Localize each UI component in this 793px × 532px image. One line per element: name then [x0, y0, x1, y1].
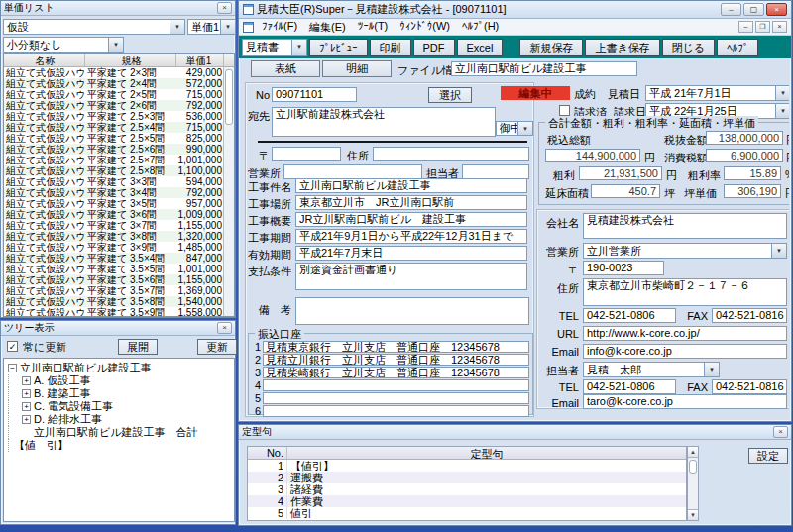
- chevron-down-icon[interactable]: ▼: [108, 38, 123, 52]
- tab-cover[interactable]: 表紙: [251, 60, 320, 77]
- menu-item[interactable]: ｳｨﾝﾄﾞｳ(W): [394, 20, 456, 35]
- bank-account-input[interactable]: [263, 392, 529, 404]
- estimate-date-dropdown[interactable]: 平成 21年7月1日 ▼: [645, 85, 789, 101]
- table-row[interactable]: 組立て式仮設ハウス 平家建て 2.5×5間 825,000: [4, 133, 234, 144]
- table-row[interactable]: 組立て式仮設ハウス 平家建て 2.5×8間 1,100,000: [4, 165, 234, 176]
- company-fax-input[interactable]: 042-521-0816: [712, 308, 787, 323]
- tree-total-item[interactable]: 立川南口駅前ビル建設工事 合計: [8, 426, 234, 439]
- table-row[interactable]: 組立て式仮設ハウス 平家建て 3×3間 594,000: [4, 176, 234, 187]
- column-header-spec[interactable]: 規格: [85, 54, 176, 66]
- company-postal-input[interactable]: 190-0023: [583, 261, 664, 275]
- chevron-down-icon[interactable]: ▼: [775, 86, 789, 100]
- select-button[interactable]: 選択: [428, 87, 472, 103]
- unit-price-titlebar[interactable]: 単価リスト ×: [1, 1, 235, 16]
- field-input[interactable]: 平成21年9月1日から平成22年12月31日まで: [295, 229, 527, 244]
- bank-account-input[interactable]: 見積立川銀行 立川支店 普通口座 12345678: [263, 354, 529, 366]
- menu-item[interactable]: ﾂｰﾙ(T): [352, 20, 395, 35]
- table-row[interactable]: 組立て式仮設ハウス 平家建て 2×3間 429,000: [4, 67, 234, 78]
- table-row[interactable]: 組立て式仮設ハウス 平家建て 2×6間 792,000: [4, 100, 234, 111]
- file-info-input[interactable]: 立川南口駅前ビル建設工事: [451, 61, 637, 76]
- field-input[interactable]: 別途資金計画書通り: [295, 263, 527, 290]
- menu-item[interactable]: ﾌｧｲﾙ(F): [256, 20, 303, 35]
- table-row[interactable]: 組立て式仮設ハウス 平家建て 2.5×4間 715,000: [4, 122, 234, 133]
- tree-item[interactable]: + B. 建築工事: [8, 387, 234, 400]
- table-row[interactable]: 組立て式仮設ハウス 平家建て 3×7間 1,155,000: [4, 220, 234, 231]
- subcategory-dropdown[interactable]: 小分類なし ▼: [3, 37, 124, 53]
- chevron-down-icon[interactable]: ▼: [291, 40, 306, 55]
- company-office-dropdown[interactable]: 立川営業所 ▼: [583, 243, 787, 259]
- table-row[interactable]: 組立て式仮設ハウス 平家建て 2.5×6間 990,000: [4, 144, 234, 155]
- phrase-row[interactable]: 5 値引: [248, 507, 686, 519]
- tree-root-item[interactable]: − 立川南口駅前ビル建設工事: [8, 362, 234, 374]
- floor-area-value[interactable]: 450.7: [591, 184, 660, 198]
- toolbar-button[interactable]: ﾌﾟﾚﾋﾞｭｰ: [309, 39, 368, 56]
- company-input[interactable]: 見積建設株式会社: [583, 213, 787, 239]
- mdi-restore-icon[interactable]: ❐: [755, 21, 770, 33]
- table-row[interactable]: 組立て式仮設ハウス 平家建て 3×5間 957,000: [4, 198, 234, 209]
- bank-account-input[interactable]: [263, 405, 529, 417]
- person-input[interactable]: [462, 164, 529, 179]
- scrollbar-thumb[interactable]: [225, 69, 233, 125]
- phrase-row[interactable]: 4 作業費: [248, 495, 686, 507]
- table-row[interactable]: 組立て式仮設ハウス 平家建て 3.5×4間 847,000: [4, 253, 234, 264]
- chevron-down-icon[interactable]: ▼: [704, 363, 719, 376]
- table-row[interactable]: 組立て式仮設ハウス 平家建て 2×4間 572,000: [4, 78, 234, 89]
- bank-account-input[interactable]: [263, 379, 529, 391]
- expand-icon[interactable]: +: [22, 415, 31, 424]
- table-row[interactable]: 組立て式仮設ハウス 平家建て 3.5×5間 1,001,000: [4, 264, 234, 274]
- estimate-no-input[interactable]: 09071101: [272, 87, 357, 102]
- table-row[interactable]: 組立て式仮設ハウス 平家建て 2.5×7間 1,001,000: [4, 155, 234, 165]
- maximize-icon[interactable]: ▢: [743, 3, 764, 16]
- billed-checkbox[interactable]: [559, 105, 570, 116]
- phrase-titlebar[interactable]: 定型句 ×: [239, 425, 791, 440]
- recipient-input[interactable]: 立川駅前建設株式会社: [272, 107, 496, 137]
- tree-view-titlebar[interactable]: ツリー表示 ×: [1, 321, 235, 336]
- tree-item[interactable]: + A. 仮設工事: [8, 374, 234, 387]
- close-icon[interactable]: ×: [217, 2, 232, 14]
- toolbar-button[interactable]: Excel: [457, 39, 504, 56]
- honorific-dropdown[interactable]: 御中 ▼: [496, 121, 533, 136]
- phrase-row[interactable]: 2 運搬費: [248, 472, 686, 483]
- toolbar-button[interactable]: PDF: [413, 39, 455, 56]
- expand-button[interactable]: 展開: [118, 339, 158, 355]
- remarks-input[interactable]: [295, 297, 529, 325]
- person-fax-input[interactable]: 042-521-0816: [712, 379, 787, 394]
- field-input[interactable]: 立川南口駅前ビル建設工事: [295, 178, 527, 193]
- tab-detail[interactable]: 明細: [322, 60, 392, 77]
- price-set-dropdown[interactable]: 単価1 ▼: [187, 19, 236, 35]
- expand-icon[interactable]: +: [22, 389, 31, 398]
- scroll-up-icon[interactable]: ▲: [688, 447, 698, 458]
- column-header-name[interactable]: 名称: [4, 54, 85, 66]
- company-address-input[interactable]: 東京都立川市柴崎町２－１７－６: [583, 278, 787, 306]
- table-row[interactable]: 組立て式仮設ハウス 平家建て 2.5×3間 536,000: [4, 111, 234, 122]
- address-input[interactable]: [373, 147, 529, 161]
- postal-input[interactable]: [272, 147, 341, 161]
- toolbar-button[interactable]: ﾍﾙﾌﾟ: [717, 39, 758, 56]
- phrase-scrollbar[interactable]: ▲ ▼: [687, 446, 699, 521]
- column-header-no[interactable]: No.: [248, 447, 287, 459]
- close-icon[interactable]: ×: [766, 3, 787, 16]
- column-header-price[interactable]: 単価1: [176, 54, 224, 66]
- main-titlebar[interactable]: 見積大臣(R)Super－見積建設株式会社 - [09071101] – ▢ ×: [239, 1, 791, 19]
- office-input[interactable]: [283, 164, 422, 179]
- person-email-input[interactable]: taro@k-core.co.jp: [583, 394, 787, 409]
- mdi-close-icon[interactable]: ×: [772, 21, 787, 33]
- scroll-down-icon[interactable]: ▼: [688, 509, 698, 520]
- expand-icon[interactable]: +: [22, 402, 31, 411]
- tax-incl-value[interactable]: 144,900,000: [545, 149, 640, 162]
- table-row[interactable]: 組立て式仮設ハウス 平家建て 3.5×7間 1,369,000: [4, 285, 234, 296]
- tree-item[interactable]: + D. 給排水工事: [8, 413, 234, 426]
- table-row[interactable]: 組立て式仮設ハウス 平家建て 3×9間 1,485,000: [4, 242, 234, 253]
- category-dropdown[interactable]: 仮設 ▼: [3, 19, 185, 35]
- close-icon[interactable]: ×: [773, 426, 788, 438]
- collapse-icon[interactable]: −: [8, 364, 17, 372]
- table-row[interactable]: 組立て式仮設ハウス 平家建て 3.5×6間 1,155,000: [4, 274, 234, 285]
- table-row[interactable]: 組立て式仮設ハウス 平家建て 3×4間 792,000: [4, 187, 234, 198]
- doc-type-dropdown[interactable]: 見積書 ▼: [242, 39, 307, 56]
- company-tel-input[interactable]: 042-521-0806: [583, 308, 676, 323]
- field-input[interactable]: 平成21年7月末日: [295, 246, 527, 261]
- table-row[interactable]: 組立て式仮設ハウス 平家建て 3×8間 1,320,000: [4, 231, 234, 242]
- always-update-checkbox[interactable]: ✓: [7, 341, 18, 352]
- chevron-down-icon[interactable]: ▼: [771, 244, 786, 258]
- close-icon[interactable]: ×: [217, 322, 232, 334]
